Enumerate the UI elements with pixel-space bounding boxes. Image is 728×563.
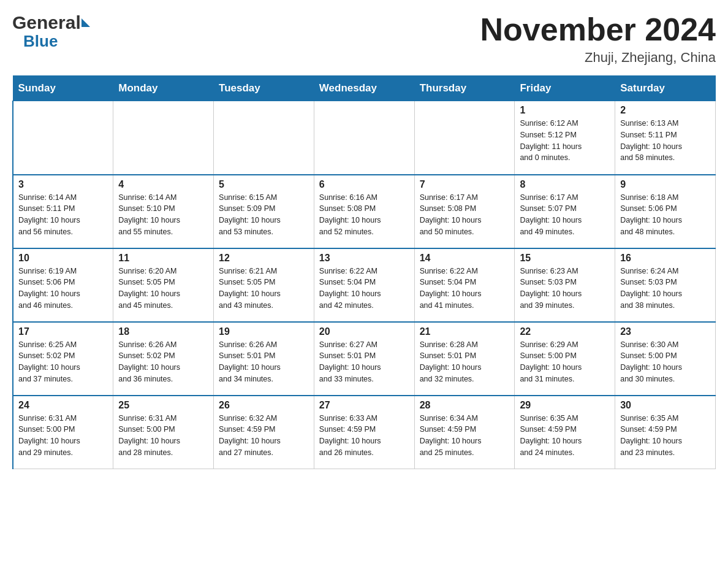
calendar-cell [214,101,314,175]
calendar-subtitle: Zhuji, Zhejiang, China [480,50,716,66]
day-info: Sunrise: 6:25 AM Sunset: 5:02 PM Dayligh… [18,339,108,385]
calendar-cell [414,101,515,175]
calendar-cell: 18Sunrise: 6:26 AM Sunset: 5:02 PM Dayli… [113,322,214,396]
day-number: 4 [118,179,208,190]
day-number: 10 [18,253,108,264]
day-info: Sunrise: 6:31 AM Sunset: 5:00 PM Dayligh… [18,413,108,459]
calendar-week-row: 17Sunrise: 6:25 AM Sunset: 5:02 PM Dayli… [13,322,716,396]
day-number: 20 [319,326,409,337]
calendar-title: November 2024 [480,12,716,47]
day-number: 2 [620,105,710,116]
day-info: Sunrise: 6:28 AM Sunset: 5:01 PM Dayligh… [420,339,510,385]
calendar-cell: 10Sunrise: 6:19 AM Sunset: 5:06 PM Dayli… [13,248,113,322]
calendar-cell: 13Sunrise: 6:22 AM Sunset: 5:04 PM Dayli… [314,248,414,322]
day-number: 28 [420,400,510,411]
calendar-cell: 23Sunrise: 6:30 AM Sunset: 5:00 PM Dayli… [615,322,716,396]
logo-blue-text: Blue [23,32,58,50]
day-number: 23 [620,326,710,337]
day-info: Sunrise: 6:23 AM Sunset: 5:03 PM Dayligh… [520,266,610,312]
day-number: 8 [520,179,610,190]
day-number: 26 [219,400,309,411]
day-info: Sunrise: 6:22 AM Sunset: 5:04 PM Dayligh… [319,266,409,312]
day-info: Sunrise: 6:12 AM Sunset: 5:12 PM Dayligh… [520,118,610,164]
day-info: Sunrise: 6:31 AM Sunset: 5:00 PM Dayligh… [118,413,208,459]
day-number: 24 [18,400,108,411]
day-number: 13 [319,253,409,264]
calendar-cell: 17Sunrise: 6:25 AM Sunset: 5:02 PM Dayli… [13,322,113,396]
calendar-cell: 9Sunrise: 6:18 AM Sunset: 5:06 PM Daylig… [615,175,716,248]
day-info: Sunrise: 6:21 AM Sunset: 5:05 PM Dayligh… [219,266,309,312]
day-info: Sunrise: 6:19 AM Sunset: 5:06 PM Dayligh… [18,266,108,312]
day-number: 7 [420,179,510,190]
day-info: Sunrise: 6:35 AM Sunset: 4:59 PM Dayligh… [620,413,710,459]
calendar-cell: 5Sunrise: 6:15 AM Sunset: 5:09 PM Daylig… [214,175,314,248]
day-number: 25 [118,400,208,411]
day-info: Sunrise: 6:34 AM Sunset: 4:59 PM Dayligh… [420,413,510,459]
calendar-cell [113,101,214,175]
calendar-cell: 2Sunrise: 6:13 AM Sunset: 5:11 PM Daylig… [615,101,716,175]
day-number: 11 [118,253,208,264]
day-info: Sunrise: 6:26 AM Sunset: 5:02 PM Dayligh… [118,339,208,385]
day-info: Sunrise: 6:24 AM Sunset: 5:03 PM Dayligh… [620,266,710,312]
day-number: 6 [319,179,409,190]
calendar-cell: 25Sunrise: 6:31 AM Sunset: 5:00 PM Dayli… [113,396,214,469]
weekday-header-sunday: Sunday [13,76,113,101]
day-number: 30 [620,400,710,411]
calendar-cell: 1Sunrise: 6:12 AM Sunset: 5:12 PM Daylig… [515,101,615,175]
calendar-week-row: 24Sunrise: 6:31 AM Sunset: 5:00 PM Dayli… [13,396,716,469]
calendar-table: SundayMondayTuesdayWednesdayThursdayFrid… [12,75,716,469]
day-number: 21 [420,326,510,337]
day-number: 5 [219,179,309,190]
day-info: Sunrise: 6:18 AM Sunset: 5:06 PM Dayligh… [620,192,710,238]
calendar-week-row: 10Sunrise: 6:19 AM Sunset: 5:06 PM Dayli… [13,248,716,322]
weekday-header-tuesday: Tuesday [214,76,314,101]
calendar-cell: 14Sunrise: 6:22 AM Sunset: 5:04 PM Dayli… [414,248,515,322]
day-info: Sunrise: 6:14 AM Sunset: 5:10 PM Dayligh… [118,192,208,238]
calendar-cell: 26Sunrise: 6:32 AM Sunset: 4:59 PM Dayli… [214,396,314,469]
page-header: General Blue November 2024 Zhuji, Zhejia… [12,12,716,66]
calendar-cell: 7Sunrise: 6:17 AM Sunset: 5:08 PM Daylig… [414,175,515,248]
day-number: 19 [219,326,309,337]
calendar-title-area: November 2024 Zhuji, Zhejiang, China [480,12,716,66]
day-info: Sunrise: 6:29 AM Sunset: 5:00 PM Dayligh… [520,339,610,385]
day-number: 22 [520,326,610,337]
day-number: 9 [620,179,710,190]
calendar-cell: 6Sunrise: 6:16 AM Sunset: 5:08 PM Daylig… [314,175,414,248]
calendar-cell: 15Sunrise: 6:23 AM Sunset: 5:03 PM Dayli… [515,248,615,322]
day-number: 18 [118,326,208,337]
calendar-cell: 3Sunrise: 6:14 AM Sunset: 5:11 PM Daylig… [13,175,113,248]
day-info: Sunrise: 6:26 AM Sunset: 5:01 PM Dayligh… [219,339,309,385]
calendar-cell: 30Sunrise: 6:35 AM Sunset: 4:59 PM Dayli… [615,396,716,469]
day-info: Sunrise: 6:17 AM Sunset: 5:07 PM Dayligh… [520,192,610,238]
calendar-week-row: 1Sunrise: 6:12 AM Sunset: 5:12 PM Daylig… [13,101,716,175]
weekday-header-friday: Friday [515,76,615,101]
day-info: Sunrise: 6:16 AM Sunset: 5:08 PM Dayligh… [319,192,409,238]
calendar-week-row: 3Sunrise: 6:14 AM Sunset: 5:11 PM Daylig… [13,175,716,248]
weekday-header-saturday: Saturday [615,76,716,101]
calendar-cell: 4Sunrise: 6:14 AM Sunset: 5:10 PM Daylig… [113,175,214,248]
day-info: Sunrise: 6:15 AM Sunset: 5:09 PM Dayligh… [219,192,309,238]
day-number: 17 [18,326,108,337]
calendar-cell: 28Sunrise: 6:34 AM Sunset: 4:59 PM Dayli… [414,396,515,469]
logo-triangle-icon [82,18,90,27]
day-number: 1 [520,105,610,116]
calendar-cell: 19Sunrise: 6:26 AM Sunset: 5:01 PM Dayli… [214,322,314,396]
day-number: 14 [420,253,510,264]
day-info: Sunrise: 6:17 AM Sunset: 5:08 PM Dayligh… [420,192,510,238]
day-info: Sunrise: 6:30 AM Sunset: 5:00 PM Dayligh… [620,339,710,385]
logo: General Blue [12,12,90,50]
weekday-header-monday: Monday [113,76,214,101]
weekday-header-row: SundayMondayTuesdayWednesdayThursdayFrid… [13,76,716,101]
calendar-cell: 21Sunrise: 6:28 AM Sunset: 5:01 PM Dayli… [414,322,515,396]
day-info: Sunrise: 6:13 AM Sunset: 5:11 PM Dayligh… [620,118,710,164]
day-number: 29 [520,400,610,411]
day-info: Sunrise: 6:20 AM Sunset: 5:05 PM Dayligh… [118,266,208,312]
calendar-cell: 24Sunrise: 6:31 AM Sunset: 5:00 PM Dayli… [13,396,113,469]
calendar-cell [13,101,113,175]
calendar-cell: 20Sunrise: 6:27 AM Sunset: 5:01 PM Dayli… [314,322,414,396]
calendar-cell: 8Sunrise: 6:17 AM Sunset: 5:07 PM Daylig… [515,175,615,248]
calendar-cell: 16Sunrise: 6:24 AM Sunset: 5:03 PM Dayli… [615,248,716,322]
day-number: 27 [319,400,409,411]
day-number: 12 [219,253,309,264]
calendar-cell [314,101,414,175]
